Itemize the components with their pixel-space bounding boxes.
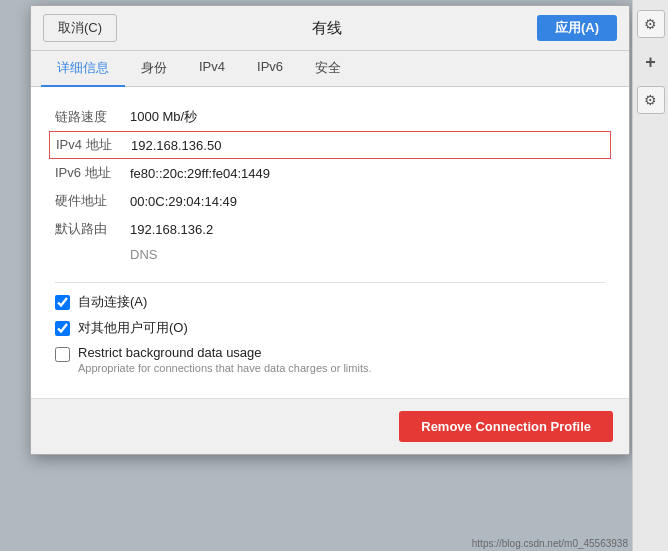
auto-connect-checkbox[interactable] [55, 295, 70, 310]
mac-addr-value: 00:0C:29:04:14:49 [130, 194, 237, 209]
url-hint: https://blog.csdn.net/m0_45563938 [472, 538, 628, 549]
wired-connection-dialog: 取消(C) 有线 应用(A) 详细信息 身份 IPv4 IPv6 安全 链路速度… [30, 5, 630, 455]
right-sidebar: ⚙ + ⚙ [632, 0, 668, 551]
dialog-content: 链路速度 1000 Mb/秒 IPv4 地址 192.168.136.50 IP… [31, 87, 629, 398]
auto-connect-row[interactable]: 自动连接(A) [55, 293, 605, 311]
dns-label: DNS [130, 247, 157, 262]
tab-details[interactable]: 详细信息 [41, 51, 125, 87]
dialog-titlebar: 取消(C) 有线 应用(A) [31, 6, 629, 51]
dialog-footer: Remove Connection Profile [31, 398, 629, 454]
tab-ipv4[interactable]: IPv4 [183, 51, 241, 87]
plus-icon-glyph: + [645, 52, 656, 73]
all-users-checkbox[interactable] [55, 321, 70, 336]
gateway-label: 默认路由 [55, 220, 130, 238]
dns-row: DNS [55, 243, 605, 266]
tab-security[interactable]: 安全 [299, 51, 357, 87]
cancel-button[interactable]: 取消(C) [43, 14, 117, 42]
all-users-label: 对其他用户可用(O) [78, 319, 188, 337]
mac-addr-row: 硬件地址 00:0C:29:04:14:49 [55, 187, 605, 215]
tab-identity[interactable]: 身份 [125, 51, 183, 87]
restrict-checkbox[interactable] [55, 347, 70, 362]
restrict-row: Restrict background data usage Appropria… [55, 345, 605, 374]
info-table: 链路速度 1000 Mb/秒 IPv4 地址 192.168.136.50 IP… [55, 103, 605, 266]
ipv6-addr-row: IPv6 地址 fe80::20c:29ff:fe04:1449 [55, 159, 605, 187]
gear-icon-bottom-glyph: ⚙ [644, 92, 657, 108]
ipv4-addr-label: IPv4 地址 [56, 136, 131, 154]
gateway-row: 默认路由 192.168.136.2 [55, 215, 605, 243]
gear-icon-glyph: ⚙ [644, 16, 657, 32]
restrict-sub-label: Appropriate for connections that have da… [78, 362, 372, 374]
tab-ipv6[interactable]: IPv6 [241, 51, 299, 87]
link-speed-row: 链路速度 1000 Mb/秒 [55, 103, 605, 131]
mac-addr-label: 硬件地址 [55, 192, 130, 210]
plus-icon-top[interactable]: + [637, 48, 665, 76]
auto-connect-label: 自动连接(A) [78, 293, 147, 311]
ipv4-addr-row: IPv4 地址 192.168.136.50 [49, 131, 611, 159]
ipv4-addr-value: 192.168.136.50 [131, 138, 221, 153]
restrict-text: Restrict background data usage Appropria… [78, 345, 372, 374]
dialog-title: 有线 [312, 19, 342, 38]
restrict-main-label: Restrict background data usage [78, 345, 372, 360]
ipv6-addr-label: IPv6 地址 [55, 164, 130, 182]
gear-icon-top[interactable]: ⚙ [637, 10, 665, 38]
link-speed-label: 链路速度 [55, 108, 130, 126]
ipv6-addr-value: fe80::20c:29ff:fe04:1449 [130, 166, 270, 181]
link-speed-value: 1000 Mb/秒 [130, 108, 197, 126]
gear-icon-bottom[interactable]: ⚙ [637, 86, 665, 114]
all-users-row[interactable]: 对其他用户可用(O) [55, 319, 605, 337]
gateway-value: 192.168.136.2 [130, 222, 213, 237]
apply-button[interactable]: 应用(A) [537, 15, 617, 41]
tab-bar: 详细信息 身份 IPv4 IPv6 安全 [31, 51, 629, 87]
remove-connection-button[interactable]: Remove Connection Profile [399, 411, 613, 442]
divider [55, 282, 605, 283]
